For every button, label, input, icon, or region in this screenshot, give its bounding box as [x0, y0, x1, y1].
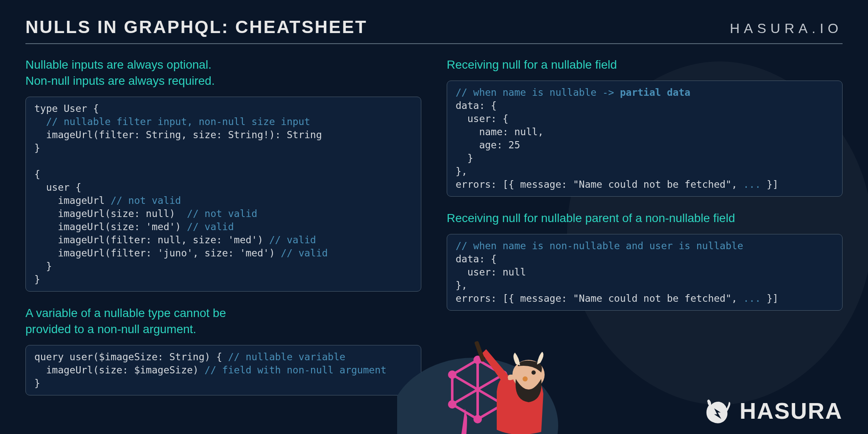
code-box-type-user: type User { // nullable filter input, no… [25, 97, 421, 292]
section-heading-variable-nullable: A variable of a nullable type cannot bep… [25, 305, 421, 337]
code-box-query-user: query user($imageSize: String) { // null… [25, 345, 421, 395]
section-heading-nullable-inputs: Nullable inputs are always optional.Non-… [25, 57, 421, 89]
svg-point-5 [448, 370, 456, 379]
mascot-illustration [397, 290, 575, 434]
hasura-logo-icon [702, 396, 732, 426]
svg-point-13 [531, 370, 536, 375]
left-column: Nullable inputs are always optional.Non-… [25, 57, 421, 395]
page-title: NULLS IN GRAPHQL: CHEATSHEET [25, 17, 367, 37]
svg-point-9 [473, 415, 482, 423]
brand-name: HASURA [740, 398, 843, 424]
brand-logo: HASURA [702, 396, 843, 426]
section-heading-receiving-null-field: Receiving null for a nullable field [447, 57, 843, 73]
svg-point-14 [523, 376, 528, 381]
code-box-partial-data: // when name is nullable -> partial data… [447, 81, 843, 197]
section-heading-receiving-null-parent: Receiving null for nullable parent of a … [447, 210, 843, 226]
svg-point-10 [448, 400, 456, 409]
header: NULLS IN GRAPHQL: CHEATSHEET HASURA.IO [25, 17, 843, 44]
site-url: HASURA.IO [730, 21, 843, 36]
